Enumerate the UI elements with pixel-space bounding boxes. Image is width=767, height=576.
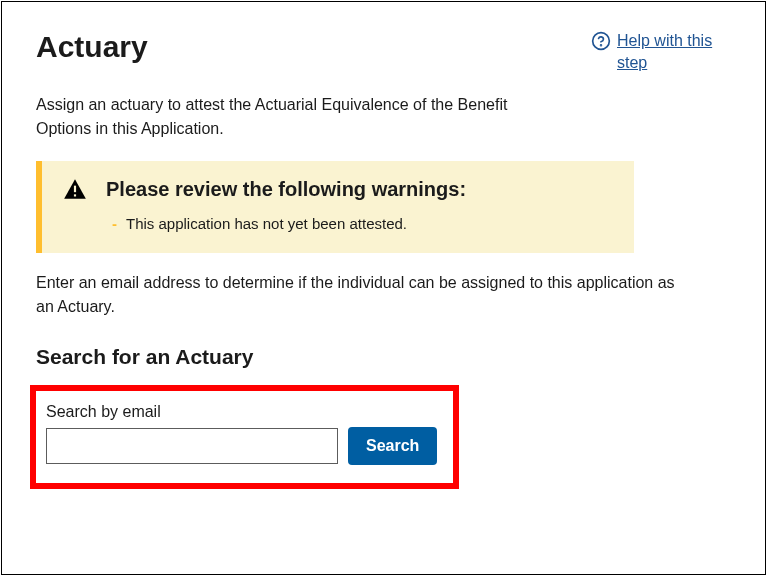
search-heading: Search for an Actuary [36,345,731,369]
help-icon [591,31,611,51]
search-field-row: Search [46,427,437,465]
warning-item: This application has not yet been attest… [112,213,614,236]
warning-header: Please review the following warnings: [62,177,614,203]
highlight-annotation: Search by email Search [30,385,459,489]
header-row: Actuary Help with this step [36,30,731,75]
instruction-text: Enter an email address to determine if t… [36,271,676,319]
svg-point-1 [601,45,602,46]
page-title: Actuary [36,30,148,63]
warning-icon [62,177,88,203]
search-email-input[interactable] [46,428,338,464]
svg-rect-2 [74,185,76,192]
help-link[interactable]: Help with this step [591,30,731,75]
warning-title: Please review the following warnings: [106,178,466,201]
search-button[interactable]: Search [348,427,437,465]
svg-rect-3 [74,194,76,196]
warning-list: This application has not yet been attest… [62,213,614,236]
intro-text: Assign an actuary to attest the Actuaria… [36,93,556,141]
page-container: Actuary Help with this step Assign an ac… [1,1,766,575]
search-email-label: Search by email [46,403,437,421]
help-link-text: Help with this step [617,30,731,75]
warning-box: Please review the following warnings: Th… [36,161,634,254]
